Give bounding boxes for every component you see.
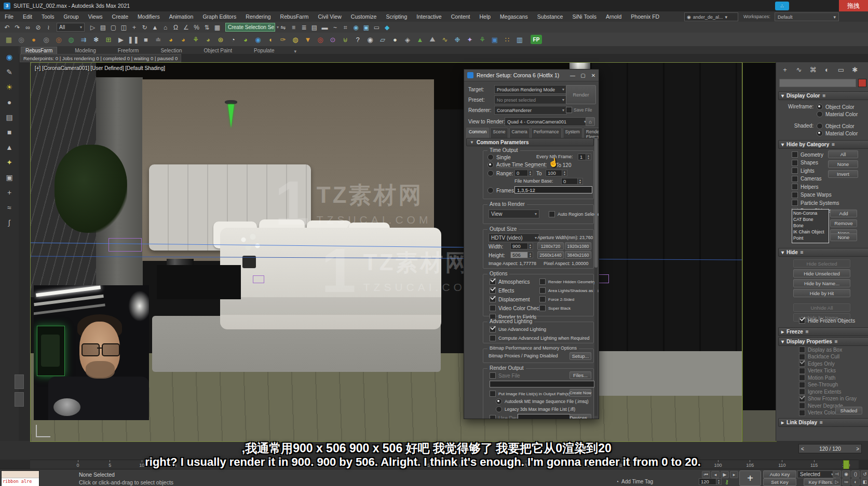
list-icon[interactable]: ≔ — [842, 478, 850, 485]
device-field[interactable] — [518, 414, 572, 419]
drag-button[interactable]: 拖拽 — [839, 0, 868, 11]
named-selection-sets-icon[interactable]: ▦ — [212, 23, 222, 32]
sphere-blue-icon[interactable]: ◉ — [252, 34, 264, 45]
maximize-button[interactable]: ▢ — [578, 70, 588, 80]
box-icon[interactable]: ▣ — [489, 34, 500, 45]
target-icon[interactable]: ◎ — [315, 34, 326, 45]
menu-item[interactable]: Animation — [165, 11, 198, 22]
key-mode-icon[interactable]: ⚷ — [725, 479, 729, 485]
ribbon-tab[interactable]: Selection — [156, 47, 186, 54]
sphere-icon[interactable]: ● — [4, 96, 15, 108]
list-button[interactable]: Add — [830, 210, 857, 217]
macro-snow-icon[interactable]: ❄ — [90, 34, 102, 45]
output-size-preset-dropdown[interactable]: HDTV (video) — [489, 233, 539, 242]
vertex-colors-shaded-button[interactable]: Shaded — [835, 407, 862, 414]
macro-orange-icon[interactable]: ● — [28, 34, 39, 45]
preset-dropdown[interactable]: No preset selected — [494, 95, 567, 104]
menu-item[interactable]: Graph Editors — [198, 11, 241, 22]
select-link-icon[interactable]: ∞ — [23, 23, 33, 32]
display-tab-icon[interactable]: ▭ — [835, 64, 847, 75]
create-selection-set-dropdown[interactable]: Create Selection Se — [225, 23, 275, 32]
save-file-checkbox[interactable]: Save File — [490, 372, 520, 379]
next-frame-icon[interactable]: ▸ — [730, 471, 738, 478]
collaboration-icon[interactable]: ∴ — [775, 2, 789, 10]
create-tab-icon[interactable]: + — [779, 64, 791, 75]
fp-badge-icon[interactable]: FP — [531, 35, 542, 44]
hierarchy-tab-icon[interactable]: ⌘ — [807, 64, 819, 75]
width-spinner[interactable]: 900▲▼ — [510, 243, 533, 249]
add-time-tag[interactable]: ◔ Add Time Tag — [616, 479, 653, 484]
menu-item[interactable]: Substance — [533, 11, 568, 22]
macro-grid2-icon[interactable]: ⊞ — [103, 34, 114, 45]
pause-icon[interactable]: ❚❚ — [128, 34, 139, 45]
prev-frame-arrow[interactable]: < — [801, 446, 804, 452]
menu-item[interactable]: Views — [84, 11, 107, 22]
list-item[interactable]: IK Chain Object — [793, 229, 828, 235]
macro-ring2-icon[interactable]: ◎ — [40, 34, 52, 45]
ribbon-tab[interactable]: Populate — [250, 47, 278, 54]
record-icon[interactable]: ≐ — [153, 34, 164, 45]
mini-track-icon[interactable]: ◉ — [842, 470, 850, 478]
rendered-frame-icon[interactable]: ▭ — [372, 23, 382, 32]
macro-ring3-icon[interactable]: ◎ — [53, 34, 64, 45]
range-to-spinner[interactable]: 100▲▼ — [546, 170, 567, 176]
user-account-dropdown[interactable]: ◉ ander_de_al...▾ — [684, 12, 738, 21]
menu-item[interactable]: RebusFarm — [276, 11, 314, 22]
tree-icon[interactable]: ▲ — [414, 34, 426, 45]
menu-item[interactable]: File — [0, 11, 18, 22]
wireframe-object-radio[interactable]: Object Color — [817, 104, 855, 110]
listener-script-row[interactable]: ribbon alre — [2, 478, 39, 486]
secondary-viewport[interactable] — [742, 62, 777, 442]
area-to-render-dropdown[interactable]: View — [489, 210, 539, 218]
mountain-icon[interactable]: ⛰ — [427, 34, 438, 45]
dialog-scrollbar[interactable] — [594, 137, 598, 416]
gear-icon[interactable]: ⊛ — [215, 34, 226, 45]
range-radio[interactable]: Range: — [487, 170, 513, 176]
renderer-dropdown[interactable]: CoronaRenderer — [494, 106, 567, 115]
menu-item[interactable]: Modifiers — [133, 11, 165, 22]
option-checkbox[interactable]: Force 2-Sided — [539, 296, 599, 302]
frames-input[interactable]: 1,3,5-12 — [514, 186, 592, 193]
percent-snap-icon[interactable]: % — [192, 23, 201, 32]
angle-snap-icon[interactable]: ∠ — [181, 23, 191, 32]
files-button[interactable]: Files... — [569, 371, 591, 379]
put-image-list-checkbox[interactable]: Put Image File List(s) in Output Path(s) — [490, 391, 570, 397]
select-object-icon[interactable]: ▷ — [88, 23, 98, 32]
leaf-icon[interactable]: ⚘ — [190, 34, 201, 45]
modify-tab-icon[interactable]: ∿ — [793, 64, 805, 75]
macro-grid-icon[interactable]: ▦ — [3, 34, 15, 45]
hide-button[interactable]: Hide by Name... — [793, 279, 850, 287]
snaps-toggle-icon[interactable]: Ω — [171, 23, 181, 32]
category-button[interactable]: Invert — [828, 170, 858, 178]
render-production-icon[interactable]: ◆ — [382, 23, 392, 32]
camera-icon[interactable]: ▣ — [4, 172, 15, 183]
clock-icon[interactable]: ◔ — [227, 34, 239, 45]
droplet2-icon[interactable]: ❉ — [452, 34, 463, 45]
ribbon-tab[interactable]: Object Paint — [200, 47, 236, 54]
option-checkbox[interactable]: Super Black — [539, 305, 599, 311]
option-checkbox[interactable]: Displacement — [490, 296, 541, 302]
display-color-rollout[interactable]: ▾Display Color≡ — [778, 91, 868, 100]
next-frame-arrow[interactable]: > — [856, 446, 859, 452]
user-person-icon[interactable]: ◉ — [4, 51, 15, 63]
lock-icon[interactable]: ◈ — [402, 34, 413, 45]
rectangular-selection-icon[interactable]: ▢ — [108, 23, 118, 32]
light-icon[interactable]: ✦ — [4, 157, 15, 168]
play-anim-icon[interactable]: ▶ — [721, 471, 729, 478]
target-dropdown[interactable]: Production Rendering Mode — [494, 85, 567, 94]
menu-item[interactable]: Civil View — [313, 11, 346, 22]
select-by-name-icon[interactable]: ▤ — [98, 23, 108, 32]
option-checkbox[interactable]: Render Hidden Geometry — [539, 279, 599, 285]
list-item[interactable]: Bone — [793, 223, 828, 229]
freeze-rollout[interactable]: ▸Freeze≡ — [778, 327, 868, 336]
menu-item[interactable]: Scripting — [381, 11, 412, 22]
display-property-checkbox[interactable]: Backface Cull — [799, 354, 857, 360]
auto-region-checkbox[interactable]: Auto Region Selected — [549, 211, 599, 217]
ribbon-tab[interactable]: Modeling — [71, 47, 100, 54]
resolution-preset-button[interactable]: 2560x1440 — [537, 251, 564, 259]
list-button[interactable]: Remove — [830, 219, 857, 227]
crystal-icon[interactable]: ✦ — [464, 34, 476, 45]
minimize-button[interactable]: — — [567, 70, 578, 80]
wireframe-material-radio[interactable]: Material Color — [817, 111, 858, 117]
ribbon-toggle-icon[interactable]: ▬ — [320, 23, 330, 32]
